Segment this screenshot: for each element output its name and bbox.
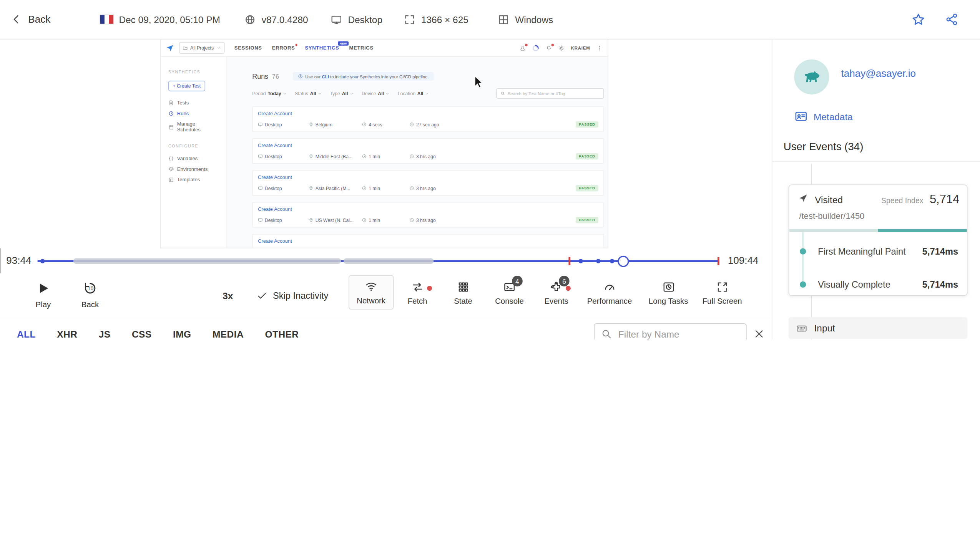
run-device: Desktop: [258, 217, 309, 223]
app-tab-metrics[interactable]: METRICS: [349, 45, 374, 51]
run-name-link[interactable]: Create Account: [258, 206, 598, 212]
pin-icon: [309, 122, 314, 127]
kebab-menu-icon[interactable]: [596, 45, 603, 51]
event-card-input[interactable]: Input: [789, 317, 968, 339]
filter-type[interactable]: TypeAll: [330, 91, 354, 96]
net-tab-js[interactable]: JS: [99, 318, 111, 339]
notifications-button[interactable]: [546, 45, 552, 51]
clock-icon: [362, 122, 367, 127]
filter-by-name-field[interactable]: [594, 323, 746, 339]
chevron-down-icon: [350, 92, 354, 96]
panel-button-full-screen[interactable]: Full Screen: [703, 281, 742, 306]
clock-icon: [409, 122, 414, 127]
run-name-link[interactable]: Create Account: [258, 142, 598, 148]
app-tab-errors[interactable]: ERRORS: [272, 45, 295, 51]
run-name-link[interactable]: Create Account: [258, 111, 598, 116]
run-name-link[interactable]: Create Account: [258, 238, 598, 244]
app-user-menu[interactable]: KRAIEM: [571, 46, 590, 50]
braces-icon: [168, 156, 174, 161]
panel-button-performance[interactable]: Performance: [587, 281, 632, 306]
run-cell-label: 1 min: [369, 154, 380, 159]
run-duration: 1 min: [362, 185, 409, 191]
timeline-playhead[interactable]: [618, 255, 629, 267]
project-selector[interactable]: All Projects: [179, 42, 224, 54]
panel-button-fetch[interactable]: Fetch: [408, 281, 427, 306]
clock-icon: [362, 154, 367, 159]
run-list-item[interactable]: Create AccountDesktopBelgium4 secs27 sec…: [252, 106, 604, 132]
filter-location[interactable]: LocationAll: [398, 91, 429, 96]
close-panel-icon[interactable]: [753, 328, 766, 339]
star-icon: [911, 12, 925, 26]
app-tab-sessions[interactable]: SESSIONS: [234, 45, 262, 51]
panel-count-badge: 6: [559, 276, 570, 286]
topbar: Back Dec 09, 2020, 05:10 PM v87.0.4280 D…: [0, 0, 980, 40]
sidebar-item-variables[interactable]: Variables: [161, 153, 226, 164]
share-button[interactable]: [945, 0, 959, 39]
panel-button-label: Fetch: [408, 297, 427, 306]
resource-type-tabs: ALLXHRJSCSSIMGMEDIAOTHER: [17, 318, 299, 339]
panel-button-console[interactable]: 4Console: [495, 281, 524, 306]
sidebar-section: CONFIGUREVariablesEnvironmentsTemplates: [161, 144, 226, 185]
runs-list: Create AccountDesktopBelgium4 secs27 sec…: [252, 106, 604, 248]
filter-input[interactable]: [617, 328, 744, 339]
run-name-link[interactable]: Create Account: [258, 174, 598, 180]
timeline-track[interactable]: [38, 248, 723, 273]
run-cell-label: Middle East (Ba...: [316, 154, 352, 159]
app-tab-synthetics[interactable]: SYNTHETICSNEW: [305, 45, 339, 51]
net-tab-other[interactable]: OTHER: [265, 318, 299, 339]
net-tab-xhr[interactable]: XHR: [57, 318, 77, 339]
clock-icon: [168, 111, 174, 116]
run-list-item[interactable]: Create AccountDesktopPASSED: [252, 234, 604, 248]
skip-inactivity-toggle[interactable]: Skip Inactivity: [257, 290, 329, 301]
pin-icon: [309, 154, 314, 159]
panel-button-state[interactable]: State: [454, 281, 472, 306]
back-label: Back: [28, 14, 50, 25]
clock-icon: [409, 186, 414, 191]
panel-button-long-tasks[interactable]: Long Tasks: [649, 281, 688, 306]
filter-label: Location: [398, 91, 415, 96]
run-details-row: DesktopBelgium4 secs27 sec agoPASSED: [258, 121, 598, 127]
filter-period[interactable]: PeriodToday: [252, 91, 287, 96]
expand-icon: [716, 281, 729, 293]
share-icon: [945, 13, 959, 26]
create-test-button[interactable]: + Create Test: [168, 81, 205, 91]
sidebar-item-manage-schedules[interactable]: Manage Schedules: [161, 119, 226, 135]
settings-button[interactable]: [558, 45, 565, 51]
sidebar-item-runs[interactable]: Runs: [161, 108, 226, 119]
flask-button[interactable]: [520, 45, 526, 51]
speed-toggle[interactable]: 3x: [223, 290, 233, 301]
browser-icon: [244, 13, 256, 25]
net-tab-img[interactable]: IMG: [173, 318, 191, 339]
play-button[interactable]: Play: [36, 281, 51, 309]
back-button[interactable]: Back: [10, 0, 50, 39]
run-cell-label: 4 secs: [369, 122, 382, 127]
visited-icon: [798, 193, 809, 204]
favorite-button[interactable]: [911, 0, 925, 39]
panel-button-events[interactable]: 6Events: [545, 281, 568, 306]
panel-button-label: Full Screen: [703, 297, 742, 306]
user-email[interactable]: tahay@asayer.io: [841, 68, 916, 79]
filter-label: Period: [252, 91, 266, 96]
run-list-item[interactable]: Create AccountDesktopMiddle East (Ba...1…: [252, 138, 604, 164]
sidebar-item-templates[interactable]: Templates: [161, 174, 226, 185]
filter-device[interactable]: DeviceAll: [362, 91, 390, 96]
run-list-item[interactable]: Create AccountDesktopAsia Pacific (M...1…: [252, 170, 604, 196]
net-tab-all[interactable]: ALL: [17, 318, 36, 339]
screen-resolution: 1366 × 625: [404, 0, 468, 39]
visited-event-card[interactable]: Visited Speed Index 5,714 /test-builder/…: [789, 184, 968, 296]
metric-value: 5,714ms: [922, 247, 958, 257]
sidebar-item-tests[interactable]: Tests: [161, 98, 226, 108]
id-card-icon: [794, 109, 808, 123]
sidebar-item-environments[interactable]: Environments: [161, 164, 226, 175]
back-10s-button[interactable]: 10 Back: [81, 281, 99, 309]
run-list-item[interactable]: Create AccountDesktopUS West (N. Cal...1…: [252, 202, 604, 228]
runs-search-field[interactable]: Search by Test Name or #Tag: [496, 88, 604, 99]
pin-icon: [309, 218, 314, 223]
net-tab-media[interactable]: MEDIA: [213, 318, 244, 339]
metadata-button[interactable]: Metadata: [794, 109, 852, 123]
run-location: Belgium: [309, 122, 362, 127]
net-tab-css[interactable]: CSS: [132, 318, 152, 339]
cli-link[interactable]: CLI: [322, 74, 329, 78]
filter-status[interactable]: StatusAll: [295, 91, 322, 96]
panel-button-network[interactable]: Network: [349, 275, 394, 310]
